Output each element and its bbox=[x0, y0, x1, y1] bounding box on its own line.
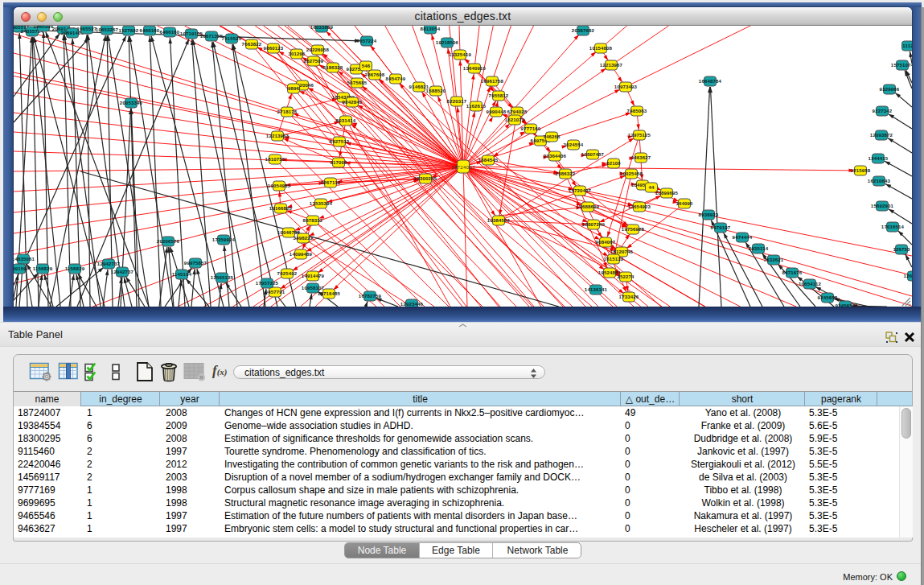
svg-text:8454749: 8454749 bbox=[386, 76, 406, 81]
svg-text:19218506: 19218506 bbox=[436, 40, 459, 45]
svg-text:10025458: 10025458 bbox=[620, 171, 643, 176]
svg-text:164095: 164095 bbox=[676, 201, 693, 206]
svg-text:9245652: 9245652 bbox=[818, 295, 838, 300]
svg-text:9227342: 9227342 bbox=[873, 109, 893, 113]
svg-text:9242845: 9242845 bbox=[343, 100, 363, 105]
svg-text:7663822: 7663822 bbox=[242, 42, 262, 47]
svg-text:8878332: 8878332 bbox=[303, 218, 323, 223]
svg-text:2386322: 2386322 bbox=[556, 171, 576, 176]
svg-text:746266: 746266 bbox=[543, 134, 561, 139]
svg-text:15716485: 15716485 bbox=[318, 291, 341, 296]
svg-text:6466160: 6466160 bbox=[160, 30, 180, 35]
svg-text:25300235: 25300235 bbox=[414, 176, 437, 181]
svg-text:1810755: 1810755 bbox=[265, 157, 285, 162]
svg-text:16961758: 16961758 bbox=[481, 79, 504, 84]
svg-text:10671355: 10671355 bbox=[200, 34, 224, 39]
svg-text:10973493: 10973493 bbox=[614, 84, 638, 89]
svg-text:19384554: 19384554 bbox=[487, 218, 511, 223]
svg-text:1112: 1112 bbox=[902, 43, 912, 48]
svg-text:20053346: 20053346 bbox=[120, 101, 143, 105]
svg-text:12975125: 12975125 bbox=[628, 133, 651, 138]
svg-text:7357224: 7357224 bbox=[357, 39, 377, 43]
svg-text:10958107: 10958107 bbox=[302, 286, 325, 290]
svg-text:10653267: 10653267 bbox=[96, 27, 119, 32]
svg-text:3215958: 3215958 bbox=[851, 168, 871, 173]
svg-text:10688609: 10688609 bbox=[577, 204, 600, 209]
svg-text:23226058: 23226058 bbox=[306, 47, 330, 52]
svg-text:9457791: 9457791 bbox=[265, 290, 285, 295]
svg-text:1065527: 1065527 bbox=[77, 27, 97, 31]
svg-text:8427512: 8427512 bbox=[330, 139, 350, 144]
svg-text:1615132: 1615132 bbox=[604, 257, 624, 262]
svg-text:9245652: 9245652 bbox=[836, 303, 856, 307]
svg-text:17359924: 17359924 bbox=[212, 237, 236, 242]
svg-text:8938923: 8938923 bbox=[699, 212, 719, 217]
svg-text:1621072: 1621072 bbox=[505, 117, 525, 122]
svg-text:20387682: 20387682 bbox=[572, 28, 595, 33]
svg-text:1244415: 1244415 bbox=[869, 156, 889, 161]
svg-text:12505135: 12505135 bbox=[211, 275, 234, 280]
svg-text:546: 546 bbox=[362, 64, 371, 68]
svg-text:1156829: 1156829 bbox=[65, 266, 85, 271]
svg-text:11325419: 11325419 bbox=[449, 52, 471, 57]
svg-text:15720407: 15720407 bbox=[569, 188, 592, 193]
svg-text:9777169: 9777169 bbox=[521, 126, 541, 131]
svg-text:2827509: 2827509 bbox=[304, 59, 324, 64]
svg-text:19054985: 19054985 bbox=[268, 183, 291, 188]
svg-text:10046788: 10046788 bbox=[277, 230, 301, 235]
svg-text:16033809: 16033809 bbox=[310, 26, 334, 30]
svg-text:16648784: 16648784 bbox=[699, 79, 722, 84]
svg-text:62100: 62100 bbox=[606, 161, 621, 166]
svg-text:7625402: 7625402 bbox=[277, 271, 298, 276]
svg-text:15692901: 15692901 bbox=[871, 204, 894, 208]
svg-text:8031414: 8031414 bbox=[336, 118, 356, 123]
svg-text:9084067: 9084067 bbox=[596, 240, 616, 245]
svg-text:99975857: 99975857 bbox=[184, 261, 207, 266]
svg-text:917006: 917006 bbox=[330, 160, 347, 165]
svg-text:7485063: 7485063 bbox=[627, 109, 647, 113]
svg-text:8220317: 8220317 bbox=[447, 99, 467, 104]
svg-text:5675685: 5675685 bbox=[347, 80, 368, 85]
svg-text:6794028: 6794028 bbox=[507, 109, 528, 114]
svg-text:15751074: 15751074 bbox=[891, 63, 912, 68]
svg-text:19166825: 19166825 bbox=[269, 206, 293, 211]
svg-text:12093872: 12093872 bbox=[870, 133, 893, 138]
svg-text:6466160: 6466160 bbox=[140, 28, 160, 33]
svg-text:16782759: 16782759 bbox=[359, 294, 382, 299]
svg-text:1156829: 1156829 bbox=[33, 266, 53, 271]
svg-text:252274: 252274 bbox=[617, 274, 634, 279]
svg-text:1584545: 1584545 bbox=[478, 158, 499, 163]
svg-text:12942737: 12942737 bbox=[97, 262, 121, 266]
svg-text:20206576: 20206576 bbox=[157, 239, 180, 244]
svg-text:2718176: 2718176 bbox=[277, 109, 298, 114]
svg-text:9329966: 9329966 bbox=[880, 87, 900, 92]
svg-text:7515525: 7515525 bbox=[222, 36, 242, 41]
svg-text:12213967: 12213967 bbox=[600, 63, 623, 68]
svg-text:12213963: 12213963 bbox=[266, 134, 290, 138]
svg-text:1733426: 1733426 bbox=[619, 295, 639, 299]
svg-text:1588520: 1588520 bbox=[426, 89, 446, 93]
svg-text:1145194: 1145194 bbox=[172, 272, 192, 277]
svg-text:10899695: 10899695 bbox=[655, 191, 679, 196]
svg-text:13535394: 13535394 bbox=[310, 201, 333, 206]
svg-text:9463627: 9463627 bbox=[631, 155, 651, 160]
svg-text:7632621: 7632621 bbox=[764, 257, 784, 262]
svg-text:9896: 9896 bbox=[288, 86, 300, 91]
svg-text:16210643: 16210643 bbox=[868, 179, 891, 183]
svg-text:8186328: 8186328 bbox=[323, 65, 343, 70]
svg-text:1267534: 1267534 bbox=[904, 274, 912, 278]
svg-text:9990448: 9990448 bbox=[487, 109, 507, 114]
svg-text:3498222: 3498222 bbox=[294, 236, 314, 241]
svg-text:44: 44 bbox=[648, 185, 655, 190]
svg-text:10807487: 10807487 bbox=[581, 152, 605, 157]
svg-text:17957225: 17957225 bbox=[256, 281, 279, 286]
svg-text:10654112: 10654112 bbox=[799, 282, 821, 286]
svg-text:8471676: 8471676 bbox=[782, 270, 803, 275]
svg-text:2867608: 2867608 bbox=[365, 72, 385, 77]
svg-text:2935114: 2935114 bbox=[749, 246, 769, 251]
svg-text:19756928: 19756928 bbox=[622, 227, 645, 232]
svg-text:1065326: 1065326 bbox=[34, 26, 54, 29]
svg-text:8813054: 8813054 bbox=[421, 27, 441, 31]
svg-text:20364436: 20364436 bbox=[544, 154, 567, 159]
svg-text:39159: 39159 bbox=[14, 266, 27, 271]
